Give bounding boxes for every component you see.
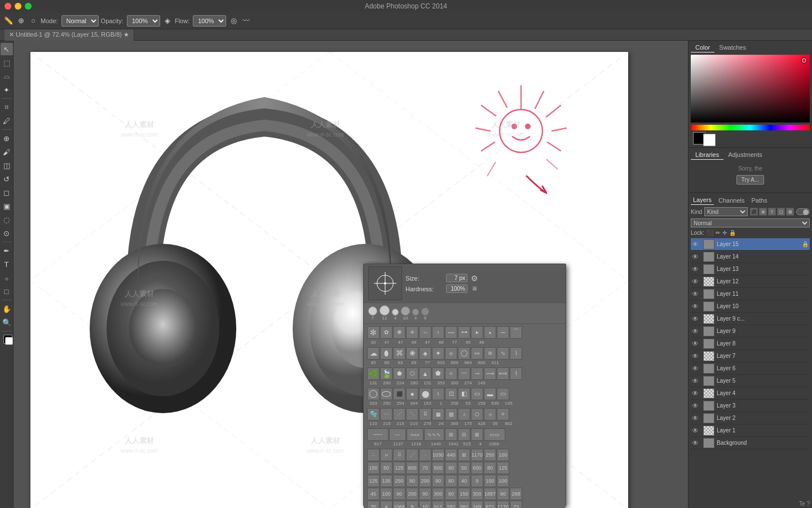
tab-channels[interactable]: Channels <box>716 196 747 205</box>
brush-tool-icon[interactable]: ✏️ <box>3 16 14 26</box>
flow-input[interactable]: 100% <box>193 15 226 27</box>
layer-row-16[interactable]: 👁 Background <box>691 437 810 449</box>
brush-preset[interactable]: 200 <box>419 475 431 487</box>
layer-row-14[interactable]: 👁 Layer 2 <box>691 412 810 424</box>
brush-preset[interactable]: 300 <box>432 488 444 500</box>
brush-preset[interactable]: ⬟ <box>432 367 444 380</box>
brush-preset[interactable]: ◧ <box>458 388 470 400</box>
brush-preset[interactable]: 73 <box>510 501 522 508</box>
brush-preset[interactable]: 125 <box>497 462 509 474</box>
brush-preset[interactable]: ⬛ <box>393 388 405 400</box>
tab-swatches[interactable]: Swatches <box>714 43 751 52</box>
layer-row-7[interactable]: 👁 Layer 9 <box>691 325 810 338</box>
close-button[interactable] <box>5 3 11 10</box>
tab-color[interactable]: Color <box>691 43 714 52</box>
preset-basic-1[interactable]: 7 <box>368 306 377 321</box>
brush-preset[interactable]: 🫧 <box>367 408 379 421</box>
picker-extra-icon[interactable]: ≡ <box>472 284 476 293</box>
brush-preset[interactable]: ~~~ <box>367 428 389 441</box>
brush-preset[interactable]: 80 <box>445 475 457 487</box>
layer-row-3[interactable]: 👁 Layer 12 <box>691 275 810 288</box>
brush-preset[interactable]: 90 <box>432 475 444 487</box>
brush-preset[interactable]: 440 <box>445 449 457 461</box>
brush-preset[interactable]: ✿ <box>380 326 392 339</box>
preset-basic-4[interactable]: 10 <box>401 306 410 321</box>
brush-select-icon[interactable]: ○ <box>28 16 38 26</box>
tool-options-icon[interactable]: ⊕ <box>16 16 26 26</box>
brush-preset[interactable]: 800 <box>406 462 418 474</box>
brush-preset[interactable]: 511 <box>432 501 444 508</box>
brush-preset[interactable]: 60 <box>445 488 457 500</box>
layer-row-4[interactable]: 👁 Layer 11 <box>691 288 810 300</box>
brush-preset[interactable]: 671 <box>484 501 496 508</box>
brush-preset[interactable]: 250 <box>484 449 496 461</box>
brush-preset[interactable]: 600 <box>471 462 483 474</box>
brush-preset[interactable]: 45 <box>367 488 379 500</box>
layer-row-10[interactable]: 👁 Layer 6 <box>691 362 810 375</box>
layer-visibility-14[interactable]: 👁 <box>692 414 701 422</box>
eraser-tool[interactable]: ◻ <box>1 186 13 199</box>
magic-wand-tool[interactable]: ✦ <box>1 84 13 96</box>
layer-visibility-8[interactable]: 👁 <box>692 340 701 348</box>
layer-row-8[interactable]: 👁 Layer 8 <box>691 338 810 350</box>
blend-mode-select[interactable]: Normal <box>691 218 810 227</box>
brush-preset[interactable]: ⟿ <box>484 367 496 380</box>
filter-pixel-icon[interactable]: ⬛ <box>750 208 758 216</box>
brush-preset[interactable]: ∾ <box>471 347 483 360</box>
layer-row-9[interactable]: 👁 Layer 7 <box>691 350 810 362</box>
brush-preset[interactable]: 268 <box>510 488 522 500</box>
filter-toggle[interactable] <box>796 208 810 215</box>
layer-row-5[interactable]: 👁 Layer 10 <box>691 300 810 313</box>
brush-preset[interactable]: ∿ <box>497 347 509 360</box>
layer-row-15[interactable]: 👁 Layer 1 <box>691 424 810 437</box>
brush-preset[interactable]: 125 <box>367 475 379 487</box>
brush-preset[interactable]: — <box>445 326 457 339</box>
document-tab[interactable]: ✕ Untitled-1 @ 72.4% (Layer 15, RGB/8) ★ <box>5 29 134 41</box>
brush-preset[interactable]: 100 <box>380 488 392 500</box>
brush-preset[interactable]: ▬ <box>484 388 496 400</box>
brush-preset[interactable]: ▦ <box>432 408 444 421</box>
brush-preset[interactable]: 9 <box>406 501 418 508</box>
brush-preset[interactable]: ⠿ <box>393 449 405 461</box>
tab-libraries[interactable]: Libraries <box>691 150 723 160</box>
layer-row-11[interactable]: 👁 Layer 5 <box>691 375 810 387</box>
brush-preset[interactable]: ▧ <box>445 408 457 421</box>
pen-tool[interactable]: ✒ <box>1 244 13 257</box>
brush-preset[interactable]: ⊡ <box>445 388 457 400</box>
brush-preset[interactable]: ● <box>406 388 418 400</box>
tab-paths[interactable]: Paths <box>749 196 770 205</box>
brush-preset[interactable]: 150 <box>484 475 496 487</box>
layer-visibility-4[interactable]: 👁 <box>692 290 701 298</box>
brush-preset[interactable]: 1 <box>432 388 444 400</box>
preset-basic-2[interactable]: 11 <box>379 305 390 321</box>
size-input[interactable] <box>446 274 467 282</box>
brush-preset[interactable]: 70 <box>419 462 431 474</box>
brush-preset[interactable]: 169 <box>471 501 483 508</box>
layer-visibility-1[interactable]: 👁 <box>692 253 701 261</box>
layer-row-13[interactable]: 👁 Layer 3 <box>691 400 810 412</box>
brush-preset[interactable]: ▭ <box>471 388 483 400</box>
brush-preset[interactable]: · <box>419 449 431 461</box>
eyedropper-tool[interactable]: 🖊 <box>1 115 13 127</box>
brush-preset[interactable]: ✳ <box>406 326 418 339</box>
brush-preset[interactable]: ♣ <box>419 347 431 360</box>
move-tool[interactable]: ↖ <box>1 43 13 55</box>
opacity-input[interactable]: 100% <box>127 15 160 27</box>
color-picker-area[interactable] <box>691 55 810 128</box>
brush-preset[interactable]: 90 <box>497 488 509 500</box>
brush-preset[interactable]: ⌇ <box>510 367 522 380</box>
brush-preset[interactable]: 125 <box>393 462 405 474</box>
brush-preset[interactable]: ⟐ <box>484 408 496 421</box>
brush-preset[interactable]: === <box>407 428 423 441</box>
brush-preset[interactable]: ≈ <box>445 367 457 380</box>
minimize-button[interactable] <box>15 3 21 10</box>
brush-preset[interactable]: ⊞ <box>445 428 457 441</box>
hardness-input[interactable] <box>446 284 467 293</box>
filter-adjustment-icon[interactable]: ⊕ <box>759 208 767 216</box>
brush-preset[interactable]: 25 <box>367 501 379 508</box>
crop-tool[interactable]: ⌗ <box>1 101 13 113</box>
brush-preset[interactable]: ≋ <box>484 347 496 360</box>
layer-visibility-5[interactable]: 👁 <box>692 303 701 310</box>
brush-preset[interactable]: 40 <box>458 475 470 487</box>
try-button[interactable]: Try A... <box>736 175 764 185</box>
